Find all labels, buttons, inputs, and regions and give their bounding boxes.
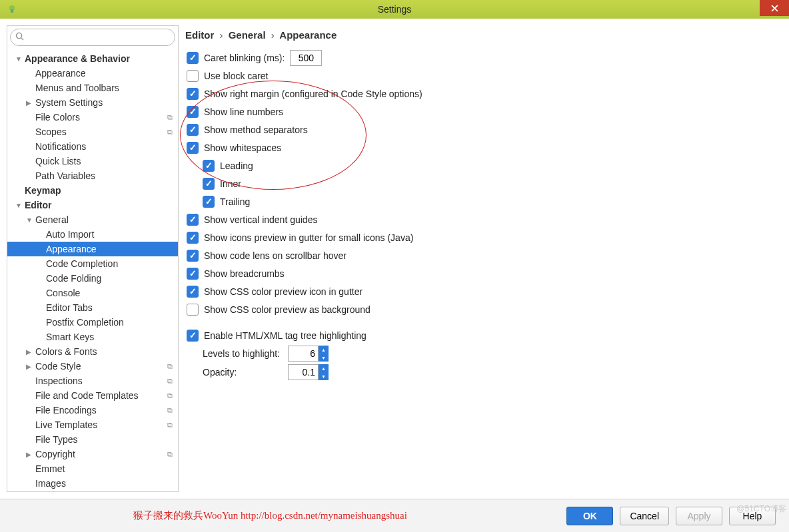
method-sep-label: Show method separators	[204, 125, 308, 135]
levels-spinner[interactable]: ▲▼	[319, 346, 329, 362]
sidebar-item-file-types[interactable]: File Types	[7, 432, 178, 447]
svg-point-2	[16, 33, 21, 38]
search-icon	[15, 32, 24, 43]
leading-checkbox[interactable]	[203, 160, 215, 172]
sidebar-item-appearance[interactable]: Appearance	[7, 242, 178, 256]
icons-preview-label: Show icons preview in gutter for small i…	[204, 232, 413, 243]
sidebar-item-auto-import[interactable]: Auto Import	[7, 227, 178, 242]
sidebar-item-colors-fonts[interactable]: ▶Colors & Fonts	[7, 344, 178, 359]
sidebar-item-keymap[interactable]: Keymap	[7, 183, 178, 198]
sidebar-item-live-templates[interactable]: Live Templates⧉	[7, 417, 178, 432]
window-title: Settings	[378, 4, 412, 15]
code-lens-checkbox[interactable]	[187, 250, 199, 262]
vert-guides-checkbox[interactable]	[187, 214, 199, 226]
ok-button[interactable]: OK	[566, 507, 613, 525]
copy-icon: ⧉	[167, 113, 173, 122]
css-gutter-checkbox[interactable]	[187, 286, 199, 298]
sidebar-item-system-settings[interactable]: ▶System Settings	[7, 95, 178, 110]
sidebar-item-code-style[interactable]: ▶Code Style⧉	[7, 359, 178, 374]
svg-rect-1	[11, 9, 13, 13]
settings-list: Caret blinking (ms): Use block caret Sho…	[184, 49, 782, 382]
html-tree-checkbox[interactable]	[187, 330, 199, 342]
opacity-input[interactable]	[288, 364, 319, 380]
block-caret-label: Use block caret	[204, 71, 268, 81]
inner-checkbox[interactable]	[203, 178, 215, 190]
levels-input[interactable]	[288, 346, 319, 362]
right-margin-label: Show right margin (configured in Code St…	[204, 89, 422, 99]
sidebar: ▼Appearance & BehaviorAppearanceMenus an…	[7, 25, 179, 492]
line-numbers-label: Show line numbers	[204, 107, 283, 117]
sidebar-item-copyright[interactable]: ▶Copyright⧉	[7, 447, 178, 461]
sidebar-item-editor-tabs[interactable]: Editor Tabs	[7, 300, 178, 315]
line-numbers-checkbox[interactable]	[187, 106, 199, 118]
sidebar-item-file-colors[interactable]: File Colors⧉	[7, 110, 178, 125]
css-bg-checkbox[interactable]	[187, 304, 199, 316]
css-bg-label: Show CSS color preview as background	[204, 304, 371, 315]
code-lens-label: Show code lens on scrollbar hover	[204, 250, 347, 261]
copy-icon: ⧉	[167, 377, 173, 386]
sidebar-item-code-folding[interactable]: Code Folding	[7, 271, 178, 286]
copy-icon: ⧉	[167, 406, 173, 415]
breadcrumbs-checkbox[interactable]	[187, 268, 199, 280]
sidebar-item-file-and-code-templates[interactable]: File and Code Templates⧉	[7, 388, 178, 403]
copy-icon: ⧉	[167, 392, 173, 400]
copy-icon: ⧉	[167, 421, 173, 429]
titlebar: Settings	[0, 0, 789, 19]
css-gutter-label: Show CSS color preview icon in gutter	[204, 286, 363, 297]
sidebar-item-appearance[interactable]: Appearance	[7, 66, 178, 81]
sidebar-item-notifications[interactable]: Notifications	[7, 139, 178, 154]
watermark-text: 猴子搬来的救兵WooYun http://blog.csdn.net/mynam…	[133, 509, 407, 522]
content-panel: Editor › General › Appearance Caret blin…	[184, 25, 782, 492]
opacity-label: Opacity:	[203, 367, 283, 378]
caret-blinking-label: Caret blinking (ms):	[204, 53, 285, 63]
cancel-button[interactable]: Cancel	[620, 507, 669, 525]
svg-line-3	[21, 38, 23, 40]
sidebar-item-smart-keys[interactable]: Smart Keys	[7, 330, 178, 344]
search-wrap	[7, 26, 178, 49]
method-sep-checkbox[interactable]	[187, 124, 199, 136]
breadcrumb-3: Appearance	[279, 29, 337, 41]
whitespaces-label: Show whitespaces	[204, 142, 281, 153]
sidebar-item-scopes[interactable]: Scopes⧉	[7, 125, 178, 139]
caret-blinking-checkbox[interactable]	[187, 52, 199, 64]
vert-guides-label: Show vertical indent guides	[204, 214, 317, 225]
breadcrumb-1: Editor	[185, 29, 214, 41]
sidebar-item-file-encodings[interactable]: File Encodings⧉	[7, 403, 178, 417]
sidebar-item-code-completion[interactable]: Code Completion	[7, 256, 178, 271]
breadcrumb-2: General	[229, 29, 266, 41]
app-icon	[7, 4, 17, 15]
close-button[interactable]	[760, 0, 789, 16]
sidebar-item-quick-lists[interactable]: Quick Lists	[7, 154, 178, 168]
sidebar-item-inspections[interactable]: Inspections⧉	[7, 374, 178, 388]
icons-preview-checkbox[interactable]	[187, 232, 199, 244]
sidebar-item-menus-and-toolbars[interactable]: Menus and Toolbars	[7, 81, 178, 95]
right-margin-checkbox[interactable]	[187, 88, 199, 100]
corner-watermark: @51CTO博客	[736, 503, 786, 515]
apply-button[interactable]: Apply	[676, 507, 722, 525]
settings-tree[interactable]: ▼Appearance & BehaviorAppearanceMenus an…	[7, 49, 178, 491]
sidebar-item-appearance-behavior[interactable]: ▼Appearance & Behavior	[7, 51, 178, 66]
sidebar-item-path-variables[interactable]: Path Variables	[7, 168, 178, 183]
copy-icon: ⧉	[167, 362, 173, 371]
whitespaces-checkbox[interactable]	[187, 142, 199, 154]
trailing-label: Trailing	[220, 196, 250, 207]
sidebar-item-postfix-completion[interactable]: Postfix Completion	[7, 315, 178, 330]
leading-label: Leading	[220, 160, 253, 171]
search-input[interactable]	[10, 29, 175, 46]
trailing-checkbox[interactable]	[203, 196, 215, 208]
sidebar-item-editor[interactable]: ▼Editor	[7, 198, 178, 212]
sidebar-item-images[interactable]: Images	[7, 476, 178, 491]
block-caret-checkbox[interactable]	[187, 70, 199, 82]
breadcrumbs-label: Show breadcrumbs	[204, 268, 285, 279]
breadcrumb: Editor › General › Appearance	[184, 29, 782, 41]
html-tree-label: Enable HTML/XML tag tree highlighting	[204, 330, 367, 341]
caret-blinking-input[interactable]	[290, 50, 322, 66]
levels-label: Levels to highlight:	[203, 348, 283, 359]
opacity-spinner[interactable]: ▲▼	[319, 364, 329, 380]
copy-icon: ⧉	[167, 128, 173, 136]
sidebar-item-emmet[interactable]: Emmet	[7, 461, 178, 476]
sidebar-item-console[interactable]: Console	[7, 286, 178, 300]
copy-icon: ⧉	[167, 450, 173, 459]
inner-label: Inner	[220, 178, 241, 189]
sidebar-item-general[interactable]: ▼General	[7, 212, 178, 227]
